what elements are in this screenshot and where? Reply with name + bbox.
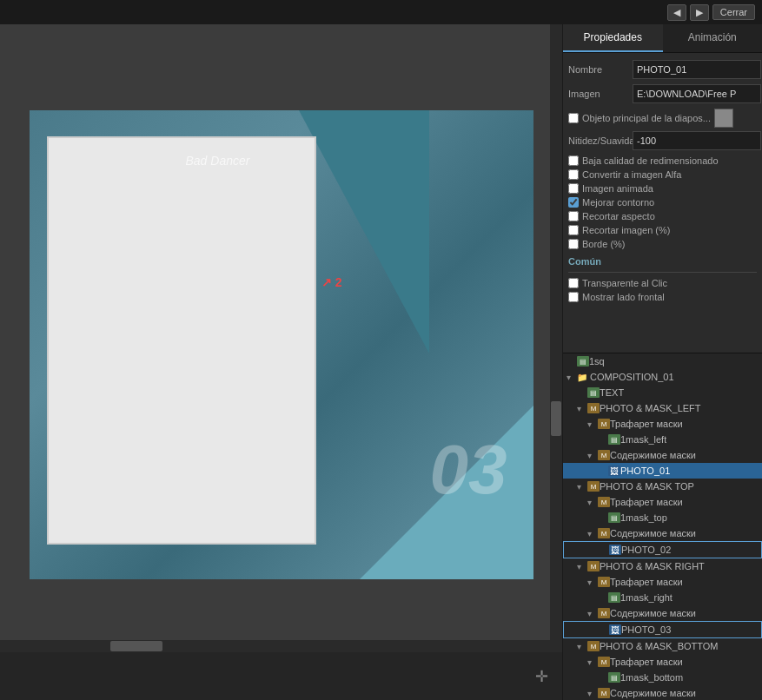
checkbox-mejorar-contorno[interactable] (568, 197, 579, 208)
tree-item-1masktop[interactable]: ▤1mask_top (563, 510, 762, 525)
tree-arrow-photomaskright: ▾ (577, 562, 587, 571)
checkbox-row-convertir-a-imagen-alfa: Convertir a imagen Alfa (568, 169, 757, 180)
prev-button[interactable]: ◀ (667, 4, 686, 21)
next-button[interactable]: ▶ (690, 4, 709, 21)
checkbox-label: Borde (%) (582, 239, 626, 249)
checkbox-borde-(%)[interactable] (568, 239, 579, 249)
imagen-input[interactable] (633, 84, 761, 103)
tree-item-label-trafaret2: Трафарет маски (610, 497, 683, 507)
checkbox-label: Recortar imagen (%) (582, 225, 670, 235)
transparente-label: Transparente al Clic (582, 278, 667, 288)
nitidez-input[interactable] (633, 131, 761, 150)
panel-tabs: Propiedades Animación (563, 24, 762, 53)
tree-item-photomaskleft[interactable]: ▾MPHOTO & MASK_LEFT (563, 400, 762, 416)
slide-number: 03 (430, 430, 507, 510)
nombre-label: Nombre (568, 64, 629, 75)
tree-item-trafaret4[interactable]: ▾MТрафарет маски (563, 654, 762, 670)
nombre-input[interactable] (633, 60, 761, 79)
layer-icon: ▤ (577, 356, 589, 367)
canvas-vertical-scrollbar[interactable] (550, 24, 562, 652)
checkbox-row-recortar-imagen-(%): Recortar imagen (%) (568, 225, 757, 235)
tree-item-trafaret3[interactable]: ▾MТрафарет маски (563, 574, 762, 590)
tree-item-photo03[interactable]: 🖼PHOTO_03 (563, 621, 762, 638)
layer-icon: ▤ (608, 592, 620, 603)
tree-item-photo01[interactable]: 🖼PHOTO_01 (563, 463, 762, 479)
folder-icon: 📁 (577, 373, 587, 382)
tree-item-label-soderzh1: Содержимое маски (610, 450, 696, 460)
tree-item-photomaskbottom[interactable]: ▾MPHOTO & MASK_BOTTOM (563, 638, 762, 654)
transparente-checkbox[interactable] (568, 278, 579, 288)
imagen-input-group: ▼ (633, 84, 762, 103)
slide-background: 03 Bad Dancer (30, 110, 533, 579)
nitidez-label: Nitidez/Suavidad (568, 135, 629, 146)
checkbox-imagen-animada[interactable] (568, 183, 579, 194)
tree-item-label-1sq: 1sq (589, 356, 605, 367)
mostrar-row: Mostrar lado frontal (568, 292, 757, 302)
canvas-scrollbar-thumb[interactable] (551, 401, 561, 436)
tree-item-composition01[interactable]: ▾📁COMPOSITION_01 (563, 369, 762, 385)
checkbox-convertir-a-imagen-alfa[interactable] (568, 169, 579, 180)
checkbox-row-baja-calidad-de-redimensionado: Baja calidad de redimensionado (568, 155, 757, 166)
objeto-color-btn[interactable] (714, 109, 733, 128)
objeto-row: Objeto principal de la diapos... (568, 109, 757, 128)
mask-icon: M (598, 450, 610, 460)
checkbox-label: Baja calidad de redimensionado (582, 155, 719, 166)
checkbox-recortar-imagen-(%)[interactable] (568, 225, 579, 235)
checkbox-label: Recortar aspecto (582, 211, 655, 221)
checkboxes-container: Baja calidad de redimensionadoConvertir … (568, 155, 757, 249)
checkbox-row-borde-(%): Borde (%) (568, 239, 757, 249)
tree-item-photomasktop[interactable]: ▾MPHOTO & MASK TOP (563, 479, 762, 494)
tree-item-trafaret1[interactable]: ▾MТрафарет маски (563, 416, 762, 432)
tree-item-label-1masktop: 1mask_top (620, 512, 667, 523)
close-button[interactable]: Cerrar (712, 4, 755, 20)
layer-icon: ▤ (587, 387, 600, 398)
tree-item-1maskbottom[interactable]: ▤1mask_bottom (563, 670, 762, 685)
objeto-checkbox[interactable] (568, 113, 579, 123)
canvas-content: 03 Bad Dancer ↗ 2 (12, 93, 551, 631)
imagen-label: Imagen (568, 89, 629, 99)
tree-arrow-trafaret1: ▾ (587, 419, 598, 429)
mask-icon: M (598, 688, 610, 698)
tree-arrow-soderzh4: ▾ (587, 689, 598, 698)
tree-item-text[interactable]: ▤TEXT (563, 385, 762, 400)
tree-item-label-photomaskbottom: PHOTO & MASK_BOTTOM (600, 641, 719, 651)
tree-item-label-photomaskright: PHOTO & MASK RIGHT (600, 561, 705, 571)
mostrar-checkbox[interactable] (568, 292, 579, 302)
checkbox-baja-calidad-de-redimensionado[interactable] (568, 155, 579, 166)
right-panel: Propiedades Animación Nombre Imagen ▼ (562, 24, 762, 700)
tree-arrow-soderzh1: ▾ (587, 451, 598, 460)
tree-arrow-trafaret2: ▾ (587, 498, 598, 507)
tree-panel: ▤1sq▾📁COMPOSITION_01▤TEXT▾MPHOTO & MASK_… (563, 353, 762, 700)
arrow-indicator: ↗ 2 (321, 275, 342, 289)
canvas-hscrollbar-thumb[interactable] (110, 641, 162, 651)
tree-item-1sq[interactable]: ▤1sq (563, 353, 762, 369)
tree-item-photomaskright[interactable]: ▾MPHOTO & MASK RIGHT (563, 558, 762, 574)
mask-icon: M (598, 497, 610, 507)
canvas-bottom-bar: ✛ (0, 652, 562, 700)
tree-item-photo02[interactable]: 🖼PHOTO_02 (563, 541, 762, 558)
tab-properties[interactable]: Propiedades (563, 24, 663, 52)
tree-item-soderzh3[interactable]: ▾MСодержимое маски (563, 605, 762, 621)
tree-item-label-1maskbottom: 1mask_bottom (620, 672, 683, 683)
tree-item-soderzh1[interactable]: ▾MСодержимое маски (563, 447, 762, 463)
tree-item-1maskleft[interactable]: ▤1mask_left (563, 432, 762, 447)
tree-arrow-photomaskbottom: ▾ (577, 642, 587, 651)
tree-arrow-trafaret3: ▾ (587, 578, 598, 587)
tree-item-trafaret2[interactable]: ▾MТрафарет маски (563, 494, 762, 510)
tree-item-1maskright[interactable]: ▤1mask_right (563, 590, 762, 605)
photo-icon: 🖼 (609, 624, 621, 635)
checkbox-row-imagen-animada: Imagen animada (568, 183, 757, 194)
slide-text: Bad Dancer (186, 154, 250, 168)
checkbox-label: Convertir a imagen Alfa (582, 169, 681, 180)
mask-icon: M (587, 641, 600, 651)
photo-icon: 🖼 (608, 466, 620, 476)
tab-animation[interactable]: Animación (663, 24, 763, 52)
canvas-horizontal-scrollbar[interactable] (0, 640, 550, 652)
photo-icon: 🖼 (609, 545, 621, 555)
tree-item-soderzh4[interactable]: ▾MСодержимое маски (563, 685, 762, 700)
checkbox-recortar-aspecto[interactable] (568, 211, 579, 221)
tree-item-soderzh2[interactable]: ▾MСодержимое маски (563, 525, 762, 541)
canvas-area: 03 Bad Dancer ↗ 2 ✛ (0, 24, 562, 700)
tree-item-label-photomaskleft: PHOTO & MASK_LEFT (600, 403, 701, 413)
properties-content: Nombre Imagen ▼ Objeto principal de la d… (563, 53, 762, 353)
